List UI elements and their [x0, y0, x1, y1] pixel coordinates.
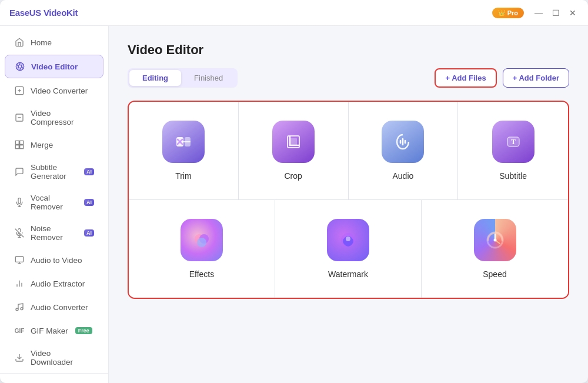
home-icon	[14, 37, 25, 48]
title-bar-controls: Pro — ☐ ✕	[492, 7, 579, 19]
sidebar-item-audio-converter-label: Audio Converter	[31, 303, 88, 312]
svg-rect-10	[20, 141, 24, 144]
svg-rect-11	[15, 145, 19, 149]
tab-editing[interactable]: Editing	[129, 70, 181, 86]
minimize-button[interactable]: —	[532, 7, 545, 19]
feature-crop[interactable]: Crop	[239, 102, 349, 199]
merge-icon	[14, 139, 25, 150]
title-bar: EaseUS VideoKit Pro — ☐ ✕	[0, 0, 588, 26]
app-logo: EaseUS VideoKit	[9, 8, 78, 18]
sidebar-item-video-editor[interactable]: Video Editor	[5, 55, 103, 78]
sidebar-item-subtitle-generator[interactable]: Subtitle Generator AI	[5, 157, 103, 186]
svg-rect-18	[15, 257, 23, 262]
ai-badge-vocal: AI	[84, 199, 94, 206]
win-controls: — ☐ ✕	[532, 7, 579, 19]
speed-label: Speed	[483, 269, 506, 279]
add-files-button[interactable]: + Add Files	[435, 68, 496, 88]
sidebar-item-noise-remover[interactable]: Noise Remover AI	[5, 218, 103, 248]
crop-icon	[272, 121, 315, 163]
watermark-icon	[327, 219, 369, 261]
feature-audio[interactable]: Audio	[349, 102, 459, 199]
feature-trim[interactable]: Trim	[129, 102, 239, 199]
features-row-2: Effects Watermark	[129, 200, 568, 298]
pro-badge[interactable]: Pro	[492, 8, 524, 18]
sidebar-item-gif-maker-label: GIF Maker	[31, 327, 68, 335]
svg-point-44	[493, 239, 496, 242]
main-content: Video Editor Editing Finished + Add File…	[109, 26, 588, 383]
recently-edited-button[interactable]: Recently Edited ›	[5, 378, 103, 383]
speed-icon	[474, 219, 516, 261]
gif-maker-icon: GIF	[14, 325, 25, 336]
svg-text:T: T	[511, 138, 516, 146]
svg-rect-32	[290, 138, 297, 145]
svg-rect-9	[15, 141, 19, 144]
sidebar-item-home-label: Home	[31, 38, 52, 47]
sidebar: Home Video Editor Video Converter Video …	[0, 26, 109, 383]
sidebar-item-subtitle-generator-label: Subtitle Generator	[31, 163, 77, 181]
sidebar-item-audio-extractor-label: Audio Extractor	[31, 279, 85, 288]
effects-icon	[181, 219, 223, 261]
sidebar-item-video-compressor[interactable]: Video Compressor	[5, 103, 103, 132]
noise-remover-icon	[14, 228, 25, 238]
maximize-button[interactable]: ☐	[550, 7, 562, 19]
trim-icon	[162, 121, 205, 163]
video-downloader-icon	[14, 352, 25, 363]
feature-subtitle[interactable]: T Subtitle	[458, 102, 568, 199]
vocal-remover-icon	[14, 197, 25, 208]
sidebar-item-vocal-remover[interactable]: Vocal Remover AI	[5, 188, 103, 217]
tab-group: Editing Finished	[128, 68, 238, 88]
trim-label: Trim	[175, 171, 191, 181]
svg-point-42	[346, 237, 350, 241]
video-converter-icon	[14, 85, 25, 96]
subtitle-label: Subtitle	[499, 171, 527, 181]
sidebar-footer: Recently Edited ›	[0, 373, 108, 383]
crop-label: Crop	[284, 171, 302, 181]
feature-speed[interactable]: Speed	[422, 200, 568, 298]
content-area: Home Video Editor Video Converter Video …	[0, 26, 588, 383]
sidebar-item-audio-converter[interactable]: Audio Converter	[5, 296, 103, 318]
watermark-label: Watermark	[328, 269, 368, 279]
audio-converter-icon	[14, 302, 25, 312]
video-compressor-icon	[14, 112, 25, 123]
svg-rect-12	[20, 145, 24, 149]
feature-effects[interactable]: Effects	[129, 200, 275, 298]
sidebar-item-video-compressor-label: Video Compressor	[31, 109, 94, 126]
close-button[interactable]: ✕	[567, 7, 579, 19]
sidebar-item-video-editor-label: Video Editor	[31, 62, 78, 71]
sidebar-item-video-converter-label: Video Converter	[31, 86, 88, 95]
free-badge-gif: Free	[75, 327, 92, 334]
sidebar-item-video-converter[interactable]: Video Converter	[5, 79, 103, 102]
svg-point-40	[197, 238, 206, 247]
ai-badge-subtitle: AI	[84, 168, 94, 175]
sidebar-item-merge[interactable]: Merge	[5, 134, 103, 156]
subtitle-icon: T	[492, 121, 534, 163]
toolbar: Editing Finished + Add Files + Add Folde…	[128, 68, 569, 88]
sidebar-item-audio-extractor[interactable]: Audio Extractor	[5, 272, 103, 295]
features-grid: Trim Crop	[128, 101, 569, 299]
ai-badge-noise: AI	[84, 229, 94, 237]
effects-label: Effects	[189, 269, 215, 279]
audio-to-video-icon	[14, 255, 25, 265]
subtitle-generator-icon	[14, 166, 25, 177]
app-window: EaseUS VideoKit Pro — ☐ ✕ Home V	[0, 0, 588, 383]
add-folder-button[interactable]: + Add Folder	[503, 68, 569, 88]
svg-point-25	[21, 308, 23, 310]
audio-icon	[382, 121, 424, 163]
page-title: Video Editor	[128, 42, 569, 58]
audio-extractor-icon	[14, 278, 25, 289]
audio-label: Audio	[392, 171, 413, 181]
action-buttons: + Add Files + Add Folder	[435, 68, 569, 88]
feature-watermark[interactable]: Watermark	[275, 200, 422, 298]
sidebar-item-audio-to-video-label: Audio to Video	[31, 256, 82, 265]
sidebar-item-home[interactable]: Home	[5, 31, 103, 54]
video-editor-icon	[15, 61, 25, 72]
sidebar-item-audio-to-video[interactable]: Audio to Video	[5, 249, 103, 271]
sidebar-item-video-downloader[interactable]: Video Downloader	[5, 343, 103, 372]
svg-point-24	[16, 308, 18, 311]
sidebar-item-gif-maker[interactable]: GIF GIF Maker Free	[5, 319, 103, 342]
tab-finished[interactable]: Finished	[181, 70, 236, 86]
sidebar-item-noise-remover-label: Noise Remover	[31, 224, 77, 242]
sidebar-item-merge-label: Merge	[31, 141, 53, 149]
sidebar-item-vocal-remover-label: Vocal Remover	[31, 194, 77, 211]
features-row-1: Trim Crop	[129, 102, 568, 200]
